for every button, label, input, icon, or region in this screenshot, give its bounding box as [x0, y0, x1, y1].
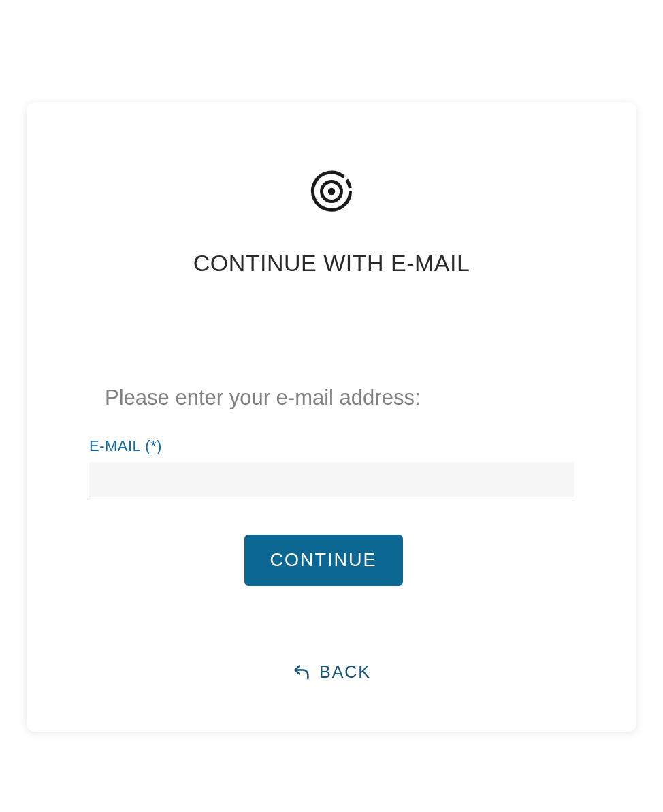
back-arrow-icon — [292, 663, 311, 682]
email-field-group: E-MAIL (*) — [89, 437, 574, 497]
back-button[interactable]: BACK — [292, 662, 371, 682]
logo — [310, 170, 353, 213]
email-signin-card: CONTINUE WITH E-MAIL Please enter your e… — [27, 102, 636, 732]
page-title: CONTINUE WITH E-MAIL — [193, 250, 470, 277]
continue-button[interactable]: CONTINUE — [244, 535, 403, 586]
email-input[interactable] — [89, 462, 574, 497]
back-label: BACK — [319, 662, 371, 682]
target-logo-icon — [310, 170, 353, 213]
instruction-text: Please enter your e-mail address: — [105, 386, 421, 410]
svg-point-1 — [328, 188, 336, 196]
email-label: E-MAIL (*) — [89, 437, 574, 455]
